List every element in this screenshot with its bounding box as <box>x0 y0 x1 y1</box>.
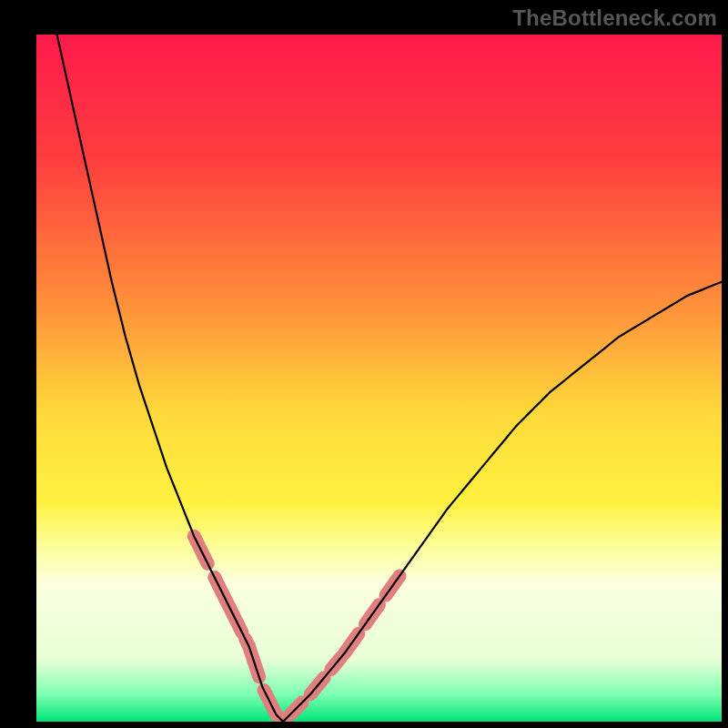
plot-area <box>36 35 722 722</box>
watermark-text: TheBottleneck.com <box>512 5 717 31</box>
curve-layer <box>36 35 722 722</box>
highlight-segments <box>194 536 399 722</box>
bottleneck-curve <box>57 35 722 722</box>
chart-frame: TheBottleneck.com <box>0 0 728 728</box>
